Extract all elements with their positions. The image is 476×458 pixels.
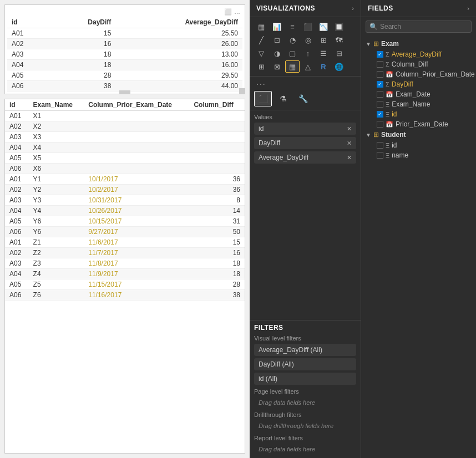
viz-line[interactable]: 📉 [316, 21, 331, 33]
table-row[interactable]: A01 Y1 10/1/2017 36 [5, 174, 245, 185]
field-checkbox[interactable] [377, 81, 383, 88]
viz-bar[interactable]: 📊 [270, 21, 284, 33]
filter-id[interactable]: id (All) [254, 373, 356, 385]
list-item[interactable]: Ξid [361, 140, 476, 150]
viz-funnel[interactable]: ▽ [254, 47, 269, 59]
filter-daydiff[interactable]: DayDiff (All) [254, 358, 356, 370]
table-row[interactable]: A03 18 13.00 [7, 49, 242, 60]
remove-id[interactable]: ✕ [347, 125, 352, 133]
tree-group-header[interactable]: ▼ ⊞ Exam [361, 38, 476, 49]
viz-matrix[interactable]: ⊞ [254, 60, 269, 73]
table-row[interactable]: A06 X6 [5, 164, 245, 174]
table-row[interactable]: A03 Z3 11/8/2017 18 [5, 258, 245, 269]
viz-pie[interactable]: ◔ [285, 34, 300, 46]
viz-treemap[interactable]: ⊞ [316, 34, 331, 46]
table-row[interactable]: A01 X1 [5, 111, 245, 121]
table-row[interactable]: A06 Y6 9/27/2017 50 [5, 227, 245, 237]
expand-icon[interactable]: ⬜ [224, 8, 232, 16]
list-item[interactable]: Ξid [361, 109, 476, 119]
viz-chevron[interactable]: › [352, 5, 354, 12]
viz-map[interactable]: 🗺 [332, 34, 346, 46]
search-input[interactable] [380, 23, 468, 30]
viz-gauge[interactable]: ◑ [270, 47, 284, 59]
field-checkbox[interactable] [377, 101, 383, 108]
tree-group-header[interactable]: ▼ ⊞ Student [361, 129, 476, 140]
text-icon: Ξ [386, 111, 389, 118]
more-icon[interactable]: … [234, 8, 240, 16]
fields-header: FIELDS › [361, 0, 476, 17]
field-checkbox[interactable] [377, 142, 383, 149]
viz-more-dots[interactable]: ... [250, 77, 361, 89]
viz-100pct-bar[interactable]: ≡ [285, 21, 300, 33]
viz-shape[interactable]: △ [301, 60, 315, 73]
chip-daydiff[interactable]: DayDiff ✕ [254, 137, 356, 149]
table-row[interactable]: A03 X3 [5, 132, 245, 143]
viz-scatter[interactable]: ⊡ [270, 34, 284, 46]
field-checkbox[interactable] [377, 91, 383, 98]
search-icon: 🔍 [369, 23, 378, 30]
viz-donut[interactable]: ◎ [301, 34, 315, 46]
chip-id[interactable]: id ✕ [254, 123, 356, 135]
table-row[interactable]: A04 Y4 10/26/2017 14 [5, 206, 245, 216]
field-checkbox[interactable] [377, 51, 383, 58]
viz-filters-btn[interactable]: ⚗ [274, 91, 292, 106]
viz-slicer[interactable]: ☰ [316, 47, 331, 59]
resize-handle-bottom[interactable] [239, 88, 245, 94]
viz-line2[interactable]: ╱ [254, 34, 269, 46]
viz-stacked-bar[interactable]: ▦ [254, 21, 269, 33]
col-id2: id [5, 99, 29, 111]
viz-fields-btn[interactable]: ⬛ [254, 91, 272, 106]
viz-table-selected[interactable]: ▦ [285, 60, 300, 73]
viz-globe[interactable]: 🌐 [332, 60, 346, 73]
field-checkbox[interactable] [377, 121, 383, 128]
table-row[interactable]: A01 15 25.50 [7, 28, 242, 39]
list-item[interactable]: ΣDayDiff [361, 79, 476, 89]
viz-r[interactable]: R [316, 60, 331, 73]
fields-chevron[interactable]: › [467, 5, 469, 12]
table-row[interactable]: A05 Z5 11/15/2017 28 [5, 279, 245, 290]
table-row[interactable]: A04 X4 [5, 143, 245, 153]
table-row[interactable]: A04 Z4 11/9/2017 18 [5, 269, 245, 279]
field-checkbox[interactable] [377, 111, 383, 118]
table-row[interactable]: A02 X2 [5, 121, 245, 132]
table-row[interactable]: A05 28 29.50 [7, 70, 242, 81]
table-row[interactable]: A04 18 16.00 [7, 60, 242, 70]
table-row[interactable]: A05 X5 [5, 153, 245, 164]
list-item[interactable]: ΞExam_Name [361, 99, 476, 109]
drillthrough-drag-zone[interactable]: Drag drillthrough fields here [254, 420, 356, 431]
viz-area[interactable]: 🔲 [332, 21, 346, 33]
viz-kpi[interactable]: ↑ [301, 47, 315, 59]
report-drag-zone[interactable]: Drag data fields here [254, 444, 356, 455]
table-row[interactable]: A02 16 26.00 [7, 39, 242, 49]
remove-daydiff[interactable]: ✕ [347, 140, 352, 147]
field-checkbox[interactable] [377, 61, 383, 68]
table-row[interactable]: A05 Y6 10/15/2017 31 [5, 216, 245, 227]
viz-bar-clustered[interactable]: ⬛ [301, 21, 315, 33]
list-item[interactable]: 📅Prior_Exam_Date [361, 119, 476, 129]
chip-avg-daydiff[interactable]: Average_DayDiff ✕ [254, 151, 356, 164]
resize-handle-mid[interactable] [119, 90, 130, 94]
table-row[interactable]: A02 Y2 10/2/2017 36 [5, 185, 245, 195]
drillthrough-label: Drillthrough filters [254, 411, 356, 418]
list-item[interactable]: Ξname [361, 150, 476, 160]
list-item[interactable]: 📅Column_Prior_Exam_Date [361, 69, 476, 79]
table-row[interactable]: A06 Z6 11/16/2017 38 [5, 290, 245, 301]
field-checkbox[interactable] [377, 71, 383, 78]
filter-avg-daydiff[interactable]: Average_DayDiff (All) [254, 344, 356, 356]
page-drag-zone[interactable]: Drag data fields here [254, 397, 356, 408]
list-item[interactable]: 📅Exam_Date [361, 89, 476, 99]
field-checkbox[interactable] [377, 152, 383, 159]
viz-table[interactable]: ⊟ [332, 47, 346, 59]
search-box[interactable]: 🔍 [366, 21, 472, 33]
viz-card[interactable]: ▢ [285, 47, 300, 59]
table-row[interactable]: A01 Z1 11/6/2017 15 [5, 237, 245, 248]
table-row[interactable]: A03 Y3 10/31/2017 8 [5, 195, 245, 206]
list-item[interactable]: ΣAverage_DayDiff [361, 49, 476, 59]
list-item[interactable]: ΣColumn_Diff [361, 59, 476, 69]
table-row[interactable]: A02 Z2 11/7/2017 16 [5, 248, 245, 258]
values-label: Values [254, 114, 356, 120]
viz-format-btn[interactable]: 🔧 [294, 91, 312, 106]
table-row[interactable]: A06 38 44.00 [7, 81, 242, 91]
viz-waterfall[interactable]: ⊠ [270, 60, 284, 73]
remove-avg-daydiff[interactable]: ✕ [347, 154, 352, 161]
